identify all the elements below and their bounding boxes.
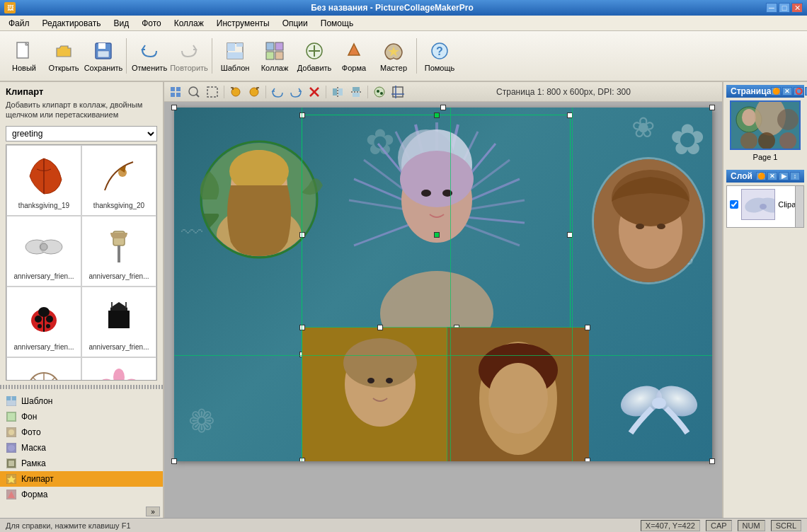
list-item[interactable]: anniversary_frien...	[6, 287, 81, 357]
btn-collage[interactable]: Коллаж	[256, 35, 293, 77]
canvas-btn-undo2[interactable]	[269, 84, 286, 100]
btn-shape[interactable]: Форма	[336, 35, 372, 77]
layer-scrollbar[interactable]	[795, 186, 803, 227]
svg-point-106	[421, 190, 431, 197]
layer-btn-a[interactable]: 🟠	[756, 172, 766, 180]
canvas-btn-select[interactable]	[204, 84, 221, 100]
layer-btn-c[interactable]: ↕	[790, 172, 800, 180]
btn-redo[interactable]: Повторить	[171, 35, 207, 77]
menu-collage[interactable]: Коллаж	[168, 17, 210, 30]
layer-btn-b[interactable]: ▶	[779, 172, 789, 180]
tool-template[interactable]: Шаблон	[0, 393, 163, 409]
toolbar-sep-1	[126, 38, 127, 74]
tool-mask[interactable]: Маска	[0, 440, 163, 456]
tool-shape[interactable]: Форма	[0, 487, 163, 502]
restore-btn[interactable]: □	[779, 3, 790, 13]
list-item[interactable]: anniversary_frien...	[81, 216, 156, 287]
app-icon: 🖼	[4, 2, 16, 13]
new-icon	[13, 40, 35, 62]
svg-point-135	[758, 132, 775, 149]
svg-rect-7	[236, 43, 243, 47]
grid-handle-6[interactable]	[585, 458, 590, 461]
list-item[interactable]: anniversary_frien...	[6, 357, 81, 381]
expand-btn[interactable]: »	[146, 507, 160, 516]
list-item[interactable]: thanksgiving_20	[81, 145, 156, 216]
svg-point-26	[35, 316, 42, 323]
svg-point-30	[38, 307, 50, 317]
list-item[interactable]: anniversary_frien...	[6, 216, 81, 287]
menu-help[interactable]: Помощь	[315, 17, 359, 30]
sel-handle-ml[interactable]	[299, 232, 305, 238]
pages-btn-del[interactable]: ✕	[782, 87, 792, 96]
canvas-btn-actual[interactable]	[185, 84, 202, 100]
canvas-sep-1	[224, 86, 224, 98]
selection-handle-tc[interactable]	[440, 105, 446, 110]
menu-file[interactable]: Файл	[3, 17, 35, 30]
bow-clipart[interactable]	[617, 362, 702, 447]
main-area: Клипарт Добавить клипарт в коллаж, двойн…	[0, 82, 807, 518]
canvas-btn-image-effects[interactable]	[371, 84, 388, 100]
photo-5-bottom-right[interactable]	[447, 327, 588, 461]
tool-frame[interactable]: Рамка	[0, 456, 163, 471]
sel-handle-mc-green[interactable]	[434, 232, 440, 238]
canvas-btn-flip-v[interactable]	[348, 84, 365, 100]
photo-4-bottom[interactable]	[302, 327, 457, 461]
left-panel: Клипарт Добавить клипарт в коллаж, двойн…	[0, 82, 164, 518]
svg-point-51	[8, 429, 14, 435]
selection-handle-bl[interactable]	[171, 458, 177, 464]
svg-rect-10	[275, 42, 283, 50]
layer-visible-checkbox[interactable]	[730, 200, 738, 209]
canvas-btn-delete[interactable]	[306, 84, 323, 100]
svg-point-137	[777, 109, 799, 130]
btn-help[interactable]: ? Помощь	[421, 35, 458, 77]
sel-handle-tl[interactable]	[299, 112, 305, 118]
canvas-btn-zoom-fit[interactable]	[167, 84, 184, 100]
tool-background[interactable]: Фон	[0, 409, 163, 424]
list-item[interactable]: anniversary_frien...	[81, 357, 156, 381]
sel-handle-tc-green[interactable]	[434, 112, 440, 118]
layer-content: Clipart	[726, 185, 804, 228]
panel-resize[interactable]	[0, 385, 163, 389]
canvas-btn-flip-h[interactable]	[329, 84, 346, 100]
btn-save[interactable]: Сохранить	[85, 35, 122, 77]
frame-tool-icon	[6, 458, 17, 469]
list-item[interactable]: thanksgiving_19	[6, 145, 81, 216]
menu-edit[interactable]: Редактировать	[37, 17, 107, 30]
selection-handle-tl[interactable]	[171, 105, 177, 110]
menu-view[interactable]: Вид	[108, 17, 134, 30]
btn-undo[interactable]: Отменить	[131, 35, 168, 77]
minimize-btn[interactable]: ─	[766, 3, 777, 13]
btn-add[interactable]: Добавить	[296, 35, 333, 77]
photo-3-fur-hat[interactable]	[592, 157, 705, 284]
canvas-btn-crop[interactable]	[389, 84, 406, 100]
selection-handle-br[interactable]	[709, 458, 715, 464]
canvas-btn-rotate-ccw[interactable]	[227, 84, 244, 100]
pages-header: Страница 🟠 ✕ ⭕ ▶	[726, 85, 804, 98]
tool-clipart[interactable]: Клипарт	[0, 471, 163, 487]
btn-open[interactable]: Открыть	[45, 35, 82, 77]
canvas-btn-rotate-cw[interactable]	[246, 84, 263, 100]
grid-handle-5[interactable]	[585, 325, 590, 330]
clipart-category-dropdown[interactable]: greeting anniversary birthday holiday	[6, 126, 157, 141]
btn-template[interactable]: Шаблон	[217, 35, 253, 77]
close-btn[interactable]: ✕	[791, 3, 803, 13]
grid-handle-1[interactable]	[299, 325, 305, 330]
pages-btn-c[interactable]: ⭕	[794, 87, 803, 96]
canvas-background[interactable]: ✿ ❀ ✿ ❁ 〰 ⚬ ✿	[174, 108, 712, 461]
list-item[interactable]: anniversary_frien...	[81, 287, 156, 357]
grid-handle-2[interactable]	[377, 325, 383, 330]
selection-handle-tr[interactable]	[709, 105, 715, 110]
canvas-btn-redo2[interactable]	[287, 84, 304, 100]
page-thumbnail[interactable]	[730, 100, 801, 150]
menu-photo[interactable]: Фото	[136, 17, 167, 30]
grid-handle-4[interactable]	[299, 458, 305, 461]
menu-options[interactable]: Опции	[277, 17, 314, 30]
btn-new[interactable]: Новый	[6, 35, 42, 77]
canvas-wrapper[interactable]: ✿ ❀ ✿ ❁ 〰 ⚬ ✿	[174, 108, 712, 461]
btn-master[interactable]: Мастер	[375, 35, 412, 77]
tool-photo[interactable]: Фото	[0, 424, 163, 440]
photo-2-selected[interactable]	[302, 115, 571, 355]
menu-tools[interactable]: Инструменты	[211, 17, 275, 30]
layer-btn-del[interactable]: ✕	[767, 172, 777, 180]
pages-btn-add[interactable]: 🟠	[771, 87, 781, 96]
